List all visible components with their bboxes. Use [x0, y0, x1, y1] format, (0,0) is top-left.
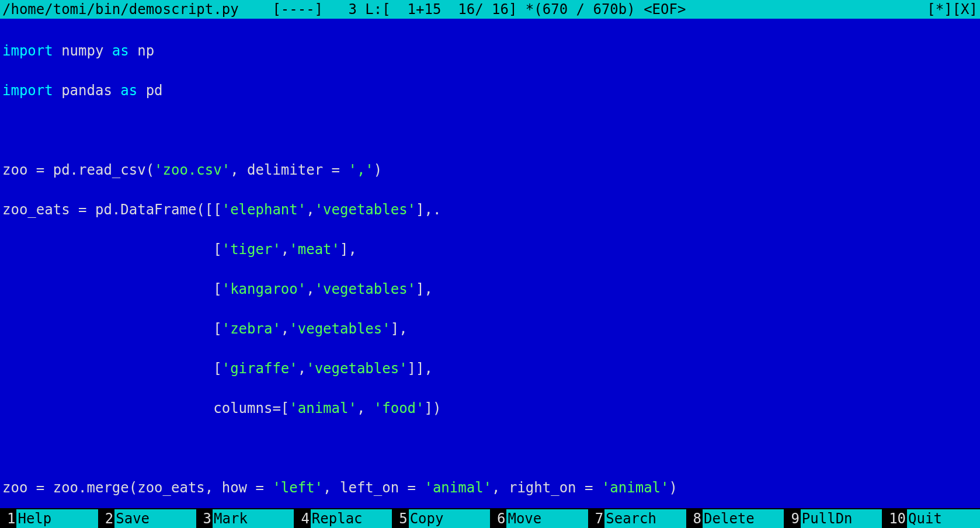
- string: 'animal': [424, 480, 492, 496]
- code-line[interactable]: import pandas as pd: [2, 81, 978, 100]
- string: 'elephant': [222, 202, 307, 218]
- string: 'food': [374, 400, 425, 416]
- string: 'animal': [289, 400, 357, 416]
- code-line[interactable]: columns=['animal', 'food']): [2, 398, 978, 418]
- code-line[interactable]: zoo = zoo.merge(zoo_eats, how = 'left', …: [2, 478, 978, 498]
- string: 'meat': [289, 241, 340, 258]
- code-line[interactable]: [2, 438, 978, 458]
- string: 'kangaroo': [222, 281, 307, 297]
- keyword: import: [2, 82, 53, 99]
- code-line[interactable]: ['giraffe','vegetables']],: [2, 359, 978, 378]
- fkey-replace[interactable]: 4Replac: [294, 509, 392, 528]
- string: 'zoo.csv': [154, 162, 230, 178]
- keyword: import: [2, 43, 53, 59]
- editor-area[interactable]: import numpy as np import pandas as pd z…: [0, 19, 980, 508]
- fkey-search[interactable]: 7Search: [588, 509, 686, 528]
- function-key-bar: 1Help 2Save 3Mark 4Replac 5Copy 6Move 7S…: [0, 509, 980, 528]
- code-line[interactable]: import numpy as np: [2, 41, 978, 61]
- code-line[interactable]: zoo = pd.read_csv('zoo.csv', delimiter =…: [2, 160, 978, 180]
- fkey-help[interactable]: 1Help: [0, 509, 98, 528]
- string: 'animal': [602, 480, 669, 496]
- string: 'vegetables': [315, 281, 416, 297]
- string: ',': [348, 162, 373, 178]
- string: 'zebra': [222, 321, 281, 337]
- string: 'vegetables': [289, 321, 390, 337]
- fkey-mark[interactable]: 3Mark: [196, 509, 294, 528]
- fkey-quit[interactable]: 10Quit: [882, 509, 980, 528]
- fkey-delete[interactable]: 8Delete: [686, 509, 784, 528]
- string: 'vegetables': [306, 360, 407, 377]
- keyword: as: [112, 43, 129, 59]
- code-line[interactable]: ['tiger','meat'],: [2, 239, 978, 259]
- string: 'left': [272, 480, 323, 496]
- string: 'tiger': [222, 241, 281, 258]
- string: 'giraffe': [222, 360, 298, 377]
- fkey-move[interactable]: 6Move: [490, 509, 588, 528]
- title-bar: /home/tomi/bin/demoscript.py [----] 3 L:…: [0, 0, 980, 19]
- code-line[interactable]: [2, 120, 978, 140]
- code-line[interactable]: ['zebra','vegetables'],: [2, 319, 978, 339]
- file-status-right: [*][X]: [927, 0, 978, 19]
- fkey-copy[interactable]: 5Copy: [392, 509, 490, 528]
- code-line[interactable]: ['kangaroo','vegetables'],: [2, 279, 978, 299]
- code-line[interactable]: zoo_eats = pd.DataFrame([['elephant','ve…: [2, 200, 978, 220]
- fkey-pulldn[interactable]: 9PullDn: [784, 509, 882, 528]
- fkey-save[interactable]: 2Save: [98, 509, 196, 528]
- file-status-left: /home/tomi/bin/demoscript.py [----] 3 L:…: [2, 0, 686, 19]
- keyword: as: [120, 82, 137, 99]
- string: 'vegetables': [315, 202, 416, 218]
